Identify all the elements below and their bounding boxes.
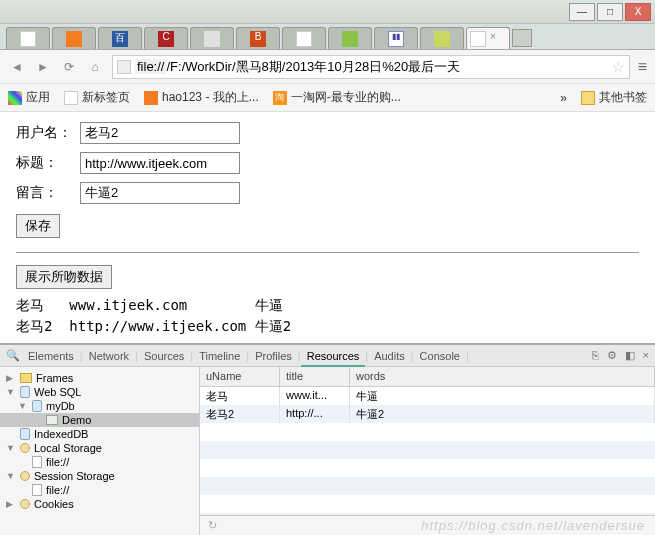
tree-mydb[interactable]: ▼myDb [0,399,199,413]
col-words[interactable]: words [350,367,655,386]
devtools-close-icon[interactable]: × [643,349,649,362]
devtools-tab-audits[interactable]: Audits [368,347,411,365]
devtools-tab-profiles[interactable]: Profiles [249,347,298,365]
table-cell: 牛逼 [350,387,655,405]
msg-input[interactable] [80,182,240,204]
tree-file-session[interactable]: file:// [0,483,199,497]
title-label: 标题： [16,154,80,172]
devtools-drawer-icon[interactable]: ⎘ [592,349,599,362]
browser-tab[interactable] [190,27,234,49]
tree-cookies[interactable]: ▶Cookies [0,497,199,511]
grid-header: uName title words [200,367,655,387]
devtools-main: uName title words 老马www.it...牛逼老马2http:/… [200,367,655,535]
devtools-sidebar: ▶Frames ▼Web SQL ▼myDb Demo IndexedDB ▼L… [0,367,200,535]
address-bar[interactable]: file:// ☆ [112,55,630,79]
tree-demo[interactable]: Demo [0,413,199,427]
devtools-tabbar: 🔍 Elements|Network|Sources|Timeline|Prof… [0,345,655,367]
refresh-icon[interactable]: ↻ [208,519,217,532]
browser-tab-active[interactable]: × [466,27,510,49]
table-cell: 牛逼2 [350,405,655,423]
title-input[interactable] [80,152,240,174]
browser-tab[interactable]: 百 [98,27,142,49]
bookmark-star-icon[interactable]: ☆ [612,59,625,75]
reload-button[interactable]: ⟳ [60,58,78,76]
devtools-dock-icon[interactable]: ◧ [625,349,635,362]
browser-tab[interactable] [328,27,372,49]
window-titlebar: — □ X [0,0,655,24]
browser-tab[interactable] [52,27,96,49]
minimize-button[interactable]: — [569,3,595,21]
browser-tab[interactable]: C [144,27,188,49]
page-icon [117,60,131,74]
table-cell: 老马2 [200,405,280,423]
tree-indexeddb[interactable]: IndexedDB [0,427,199,441]
save-button[interactable]: 保存 [16,214,60,238]
browser-tab[interactable]: B [236,27,280,49]
browser-tab[interactable] [6,27,50,49]
watermark: https://blog.csdn.net/lavendersue [421,518,645,533]
devtools-tab-sources[interactable]: Sources [138,347,190,365]
other-bookmarks[interactable]: 其他书签 [581,89,647,106]
browser-tabstrip: 百 C B ▮▮ × [0,24,655,50]
devtools-panel: 🔍 Elements|Network|Sources|Timeline|Prof… [0,343,655,535]
msg-label: 留言： [16,184,80,202]
bookmark-item[interactable]: 淘一淘网-最专业的购... [273,89,401,106]
tab-close-icon[interactable]: × [490,31,506,47]
maximize-button[interactable]: □ [597,3,623,21]
tree-websql[interactable]: ▼Web SQL [0,385,199,399]
bookmark-item[interactable]: hao123 - 我的上... [144,89,259,106]
url-input[interactable] [166,59,607,74]
apps-button[interactable]: 应用 [8,89,50,106]
bookmark-item[interactable]: 新标签页 [64,89,130,106]
user-label: 用户名： [16,124,80,142]
table-cell: 老马 [200,387,280,405]
table-cell: www.it... [280,387,350,405]
browser-toolbar: ◄ ► ⟳ ⌂ file:// ☆ ≡ [0,50,655,84]
user-input[interactable] [80,122,240,144]
data-row: 老马 www.itjeek.com 牛逼 [16,295,639,316]
devtools-tab-network[interactable]: Network [83,347,135,365]
col-uname[interactable]: uName [200,367,280,386]
tree-file-local[interactable]: file:// [0,455,199,469]
back-button[interactable]: ◄ [8,58,26,76]
col-title[interactable]: title [280,367,350,386]
tree-frames[interactable]: ▶Frames [0,371,199,385]
devtools-tab-timeline[interactable]: Timeline [193,347,246,365]
devtools-tab-elements[interactable]: Elements [22,347,80,365]
bookmark-bar: 应用 新标签页 hao123 - 我的上... 淘一淘网-最专业的购... » … [0,84,655,112]
close-button[interactable]: X [625,3,651,21]
devtools-settings-icon[interactable]: ⚙ [607,349,617,362]
tree-sessionstorage[interactable]: ▼Session Storage [0,469,199,483]
url-protocol: file:// [135,59,166,74]
browser-tab[interactable]: ▮▮ [374,27,418,49]
table-row[interactable]: 老马www.it...牛逼 [200,387,655,405]
new-tab-button[interactable] [512,29,532,47]
devtools-tab-console[interactable]: Console [414,347,466,365]
browser-tab[interactable] [282,27,326,49]
tree-localstorage[interactable]: ▼Local Storage [0,441,199,455]
table-row[interactable]: 老马2http://...牛逼2 [200,405,655,423]
chrome-menu-icon[interactable]: ≡ [638,58,647,76]
devtools-search-icon[interactable]: 🔍 [6,349,20,362]
forward-button[interactable]: ► [34,58,52,76]
devtools-tab-resources[interactable]: Resources [301,347,366,367]
page-content: 用户名： 标题： 留言： 保存 展示所吻数据 老马 www.itjeek.com… [0,112,655,347]
home-button[interactable]: ⌂ [86,58,104,76]
divider [16,252,639,253]
show-all-button[interactable]: 展示所吻数据 [16,265,112,289]
browser-tab[interactable] [420,27,464,49]
data-row: 老马2 http://www.itjeek.com 牛逼2 [16,316,639,337]
bookmark-overflow[interactable]: » [560,91,567,105]
grid-body[interactable]: 老马www.it...牛逼老马2http://...牛逼2 [200,387,655,515]
devtools-footer: ↻ https://blog.csdn.net/lavendersue [200,515,655,535]
table-cell: http://... [280,405,350,423]
